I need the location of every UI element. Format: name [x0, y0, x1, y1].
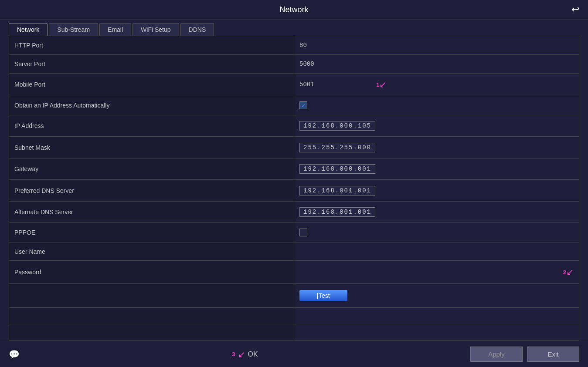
- arrow-3-icon: ↙: [238, 349, 245, 360]
- tab-email[interactable]: Email: [99, 23, 131, 36]
- ip-address-value: 192.168.000.105: [294, 115, 579, 137]
- server-port-input[interactable]: [299, 61, 574, 67]
- window-title: Network: [279, 5, 308, 14]
- cursor-in-test: [317, 293, 318, 299]
- arrow-2-icon: ↙: [566, 267, 574, 277]
- alternate-dns-value: 192.168.001.001: [294, 201, 579, 223]
- back-button[interactable]: ↩: [571, 4, 579, 15]
- subnet-mask-input[interactable]: 255.255.255.000: [299, 143, 375, 152]
- alternate-dns-label: Alternate DNS Server: [9, 201, 294, 223]
- ip-address-input[interactable]: 192.168.000.105: [299, 121, 375, 131]
- obtain-ip-checkbox[interactable]: [299, 101, 307, 109]
- subnet-mask-label: Subnet Mask: [9, 137, 294, 158]
- annotation-2: 2: [561, 269, 566, 276]
- subnet-mask-value: 255.255.255.000: [294, 137, 579, 158]
- form-table: HTTP Port Server Port Mobile Port 1: [9, 36, 579, 341]
- test-button-cell: Test: [294, 283, 579, 307]
- obtain-ip-value: [294, 96, 579, 115]
- apply-button[interactable]: Apply: [470, 347, 523, 362]
- title-bar: Network ↩: [0, 0, 588, 20]
- table-row: HTTP Port: [9, 36, 579, 55]
- gateway-input[interactable]: 192.168.000.001: [299, 164, 375, 174]
- help-icon: 💬: [9, 349, 20, 360]
- mobile-port-input[interactable]: [299, 81, 373, 88]
- tab-wifi-setup[interactable]: WiFi Setup: [133, 23, 179, 36]
- pppoe-checkbox[interactable]: [299, 229, 307, 236]
- test-label-cell: [9, 283, 294, 307]
- table-row: Test: [9, 283, 579, 307]
- http-port-value: [294, 36, 579, 55]
- test-button[interactable]: Test: [299, 290, 347, 301]
- table-row: Preferred DNS Server 192.168.001.001: [9, 180, 579, 202]
- ok-area: 3 ↙ OK: [232, 349, 258, 360]
- password-input[interactable]: [299, 269, 561, 276]
- table-row: Server Port: [9, 54, 579, 73]
- exit-button[interactable]: Exit: [527, 347, 579, 362]
- pppoe-value: [294, 223, 579, 242]
- table-row: Subnet Mask 255.255.255.000: [9, 137, 579, 158]
- table-row: Obtain an IP Address Automatically: [9, 96, 579, 115]
- preferred-dns-label: Preferred DNS Server: [9, 180, 294, 202]
- table-row: [9, 308, 579, 324]
- server-port-value: [294, 54, 579, 73]
- server-port-label: Server Port: [9, 54, 294, 73]
- preferred-dns-value: 192.168.001.001: [294, 180, 579, 202]
- bottom-bar: 💬 3 ↙ OK Apply Exit: [0, 341, 588, 367]
- table-row: User Name: [9, 242, 579, 261]
- content-area: HTTP Port Server Port Mobile Port 1: [0, 36, 588, 341]
- table-row: Gateway 192.168.000.001: [9, 158, 579, 180]
- annotation-3: 3: [232, 351, 235, 357]
- pppoe-label: PPPOE: [9, 223, 294, 242]
- username-input[interactable]: [299, 248, 574, 255]
- annotation-1: 1: [373, 81, 379, 88]
- password-value: 2 ↙: [294, 261, 579, 283]
- ip-address-label: IP Address: [9, 115, 294, 137]
- bottom-left: 💬: [9, 349, 20, 360]
- tab-network[interactable]: Network: [9, 23, 48, 36]
- table-row: Password 2 ↙: [9, 261, 579, 283]
- tab-bar: Network Sub-Stream Email WiFi Setup DDNS: [0, 20, 588, 36]
- gateway-label: Gateway: [9, 158, 294, 180]
- table-row: PPPOE: [9, 223, 579, 242]
- arrow-1-icon: ↙: [379, 79, 387, 90]
- http-port-label: HTTP Port: [9, 36, 294, 55]
- bottom-right: Apply Exit: [470, 347, 579, 362]
- mobile-port-value: 1 ↙: [294, 73, 579, 96]
- username-value: [294, 242, 579, 261]
- main-window: Network ↩ Network Sub-Stream Email WiFi …: [0, 0, 588, 367]
- obtain-ip-label: Obtain an IP Address Automatically: [9, 96, 294, 115]
- tab-ddns[interactable]: DDNS: [180, 23, 214, 36]
- table-row: Alternate DNS Server 192.168.001.001: [9, 201, 579, 223]
- username-label: User Name: [9, 242, 294, 261]
- mobile-port-label: Mobile Port: [9, 73, 294, 96]
- table-row: Mobile Port 1 ↙: [9, 73, 579, 96]
- http-port-input[interactable]: [299, 42, 574, 49]
- tab-substream[interactable]: Sub-Stream: [49, 23, 98, 36]
- table-row: [9, 324, 579, 341]
- ok-button[interactable]: OK: [248, 350, 258, 358]
- gateway-value: 192.168.000.001: [294, 158, 579, 180]
- alternate-dns-input[interactable]: 192.168.001.001: [299, 207, 375, 217]
- password-label: Password: [9, 261, 294, 283]
- preferred-dns-input[interactable]: 192.168.001.001: [299, 186, 375, 195]
- table-row: IP Address 192.168.000.105: [9, 115, 579, 137]
